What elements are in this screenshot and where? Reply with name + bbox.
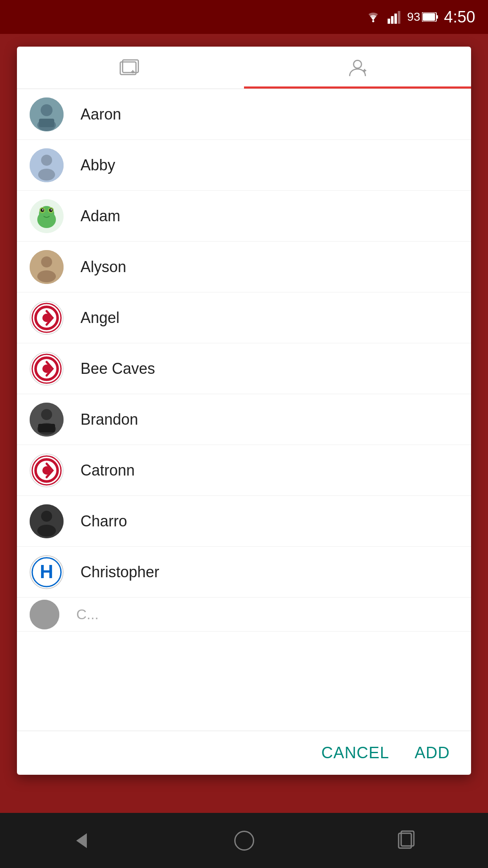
home-button[interactable] xyxy=(229,826,259,855)
battery-level: 93 xyxy=(407,10,420,24)
avatar-charro xyxy=(30,504,64,538)
dialog-buttons: CANCEL ADD xyxy=(17,731,471,775)
svg-text:H: H xyxy=(40,561,53,582)
contact-item-angel[interactable]: Angel xyxy=(17,292,471,343)
svg-point-54 xyxy=(235,831,253,850)
contact-item-charro[interactable]: Charro xyxy=(17,496,471,547)
contact-name-alyson: Alyson xyxy=(80,258,126,276)
cancel-button[interactable]: CANCEL xyxy=(322,744,389,762)
svg-point-0 xyxy=(372,20,374,22)
contact-item-abby[interactable]: Abby xyxy=(17,140,471,191)
svg-rect-18 xyxy=(39,119,54,127)
contact-item-adam[interactable]: Adam xyxy=(17,191,471,242)
recents-button[interactable] xyxy=(392,826,421,855)
avatar-partial xyxy=(30,600,59,629)
contact-name-christopher: Christopher xyxy=(80,563,159,581)
svg-rect-6 xyxy=(436,15,438,19)
svg-point-12 xyxy=(354,60,362,68)
contact-list: Aaron Abby xyxy=(17,89,471,731)
battery-indicator: 93 xyxy=(407,10,438,24)
contact-name-charro: Charro xyxy=(80,512,127,530)
svg-point-20 xyxy=(41,155,52,166)
avatar-aaron xyxy=(30,97,64,131)
svg-point-33 xyxy=(37,270,56,282)
status-time: 4:50 xyxy=(444,8,475,26)
contact-item-partial[interactable]: C... xyxy=(17,598,471,632)
tab-active-indicator xyxy=(244,86,471,89)
contact-name-brandon: Brandon xyxy=(80,411,138,428)
contact-name-bee-caves: Bee Caves xyxy=(80,360,155,378)
contact-name-angel: Angel xyxy=(80,309,119,327)
svg-point-29 xyxy=(42,209,44,210)
avatar-catronn xyxy=(30,453,64,487)
status-bar: 93 4:50 xyxy=(0,0,488,34)
avatar-christopher: H xyxy=(30,555,64,589)
avatar-bee-caves xyxy=(30,352,64,386)
tab-media[interactable] xyxy=(17,47,244,89)
wifi-icon xyxy=(365,10,382,24)
signal-icon xyxy=(388,10,401,24)
svg-rect-4 xyxy=(398,11,400,24)
contact-item-christopher[interactable]: H Christopher xyxy=(17,547,471,598)
avatar-angel xyxy=(30,301,64,335)
back-button[interactable] xyxy=(67,826,96,855)
contact-name-abby: Abby xyxy=(80,156,115,174)
svg-rect-2 xyxy=(391,16,394,24)
svg-point-48 xyxy=(41,511,52,522)
add-button[interactable]: ADD xyxy=(415,744,450,762)
tab-contact[interactable] xyxy=(244,47,471,89)
svg-point-16 xyxy=(41,104,53,116)
nav-bar xyxy=(0,813,488,868)
tab-bar xyxy=(17,47,471,89)
contact-item-brandon[interactable]: Brandon xyxy=(17,394,471,445)
dialog: Aaron Abby xyxy=(17,47,471,775)
svg-point-30 xyxy=(51,209,52,210)
contact-name-partial: C... xyxy=(76,606,99,623)
avatar-alyson xyxy=(30,250,64,284)
contact-item-bee-caves[interactable]: Bee Caves xyxy=(17,343,471,394)
battery-icon xyxy=(422,12,438,22)
status-icons: 93 4:50 xyxy=(365,8,475,26)
contact-item-aaron[interactable]: Aaron xyxy=(17,89,471,140)
contact-name-aaron: Aaron xyxy=(80,106,121,123)
svg-marker-53 xyxy=(76,833,87,848)
contact-name-adam: Adam xyxy=(80,207,120,225)
svg-rect-52 xyxy=(30,600,59,629)
svg-point-32 xyxy=(41,256,52,267)
svg-rect-7 xyxy=(423,13,435,21)
svg-point-21 xyxy=(38,169,55,181)
svg-rect-3 xyxy=(394,14,397,24)
svg-rect-43 xyxy=(38,424,55,432)
svg-point-41 xyxy=(41,409,52,420)
avatar-abby xyxy=(30,148,64,182)
avatar-adam xyxy=(30,199,64,233)
contact-name-catronn: Catronn xyxy=(80,462,135,479)
svg-point-49 xyxy=(37,525,56,537)
contact-item-catronn[interactable]: Catronn xyxy=(17,445,471,496)
avatar-brandon xyxy=(30,403,64,437)
svg-rect-1 xyxy=(388,19,390,24)
contact-item-alyson[interactable]: Alyson xyxy=(17,242,471,292)
tab-contact-icon xyxy=(347,57,369,79)
tab-media-icon xyxy=(119,57,141,79)
